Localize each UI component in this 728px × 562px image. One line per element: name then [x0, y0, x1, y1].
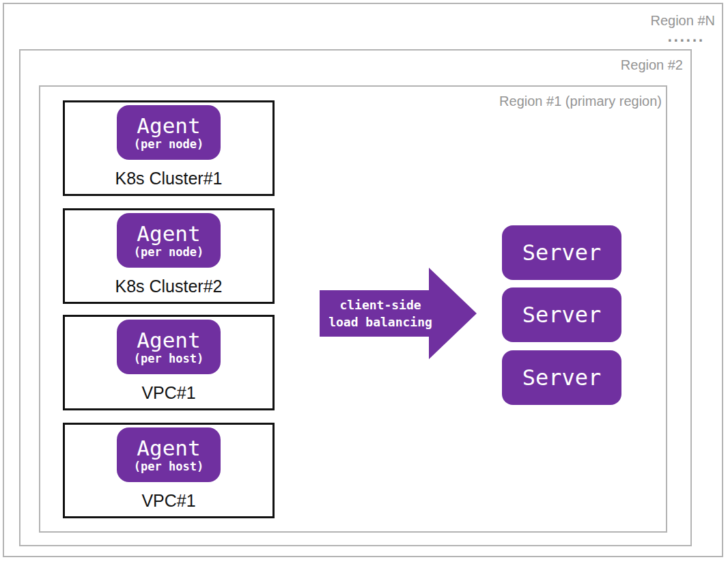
cluster-box-vpc-2: Agent (per host) VPC#1	[63, 423, 275, 518]
load-balancing-arrow: client-side load balancing	[320, 268, 477, 359]
arrow-caption-line1: client-side	[339, 296, 421, 313]
cluster-name: K8s Cluster#2	[115, 268, 222, 302]
agent-scope-label: (per node)	[134, 245, 204, 259]
region-1-box: Region #1 (primary region) Agent (per no…	[39, 85, 667, 533]
agent-scope-label: (per host)	[134, 352, 204, 366]
agent-node-pill: Agent (per node)	[117, 105, 221, 160]
cluster-box-k8s-2: Agent (per node) K8s Cluster#2	[63, 208, 275, 304]
agent-scope-label: (per node)	[134, 137, 204, 152]
cluster-box-vpc-1: Agent (per host) VPC#1	[63, 315, 275, 410]
region-1-label: Region #1 (primary region)	[499, 93, 662, 109]
server-label: Server	[522, 240, 602, 266]
agent-label: Agent	[137, 222, 200, 245]
region-2-label: Region #2	[621, 57, 683, 73]
agent-host-pill: Agent (per host)	[117, 320, 221, 374]
more-regions-ellipsis: ......	[666, 29, 703, 45]
server-box-1: Server	[502, 225, 621, 280]
agent-scope-label: (per host)	[134, 460, 204, 474]
server-label: Server	[522, 302, 602, 328]
region-n-label: Region #N	[650, 12, 715, 29]
agent-host-pill: Agent (per host)	[117, 427, 221, 482]
server-label: Server	[522, 365, 602, 391]
cluster-name: VPC#1	[141, 374, 195, 408]
agent-label: Agent	[137, 114, 200, 137]
agent-label: Agent	[137, 328, 200, 352]
cluster-name: VPC#1	[141, 482, 195, 516]
region-2-box: Region #2 Region #1 (primary region) Age…	[19, 49, 692, 546]
diagram-canvas: Region #N ...... Region #2 Region #1 (pr…	[0, 0, 728, 562]
arrow-caption-line2: load balancing	[328, 313, 432, 331]
server-box-2: Server	[502, 287, 621, 342]
server-box-3: Server	[502, 350, 621, 405]
cluster-box-k8s-1: Agent (per node) K8s Cluster#1	[63, 100, 275, 196]
cluster-name: K8s Cluster#1	[115, 160, 222, 194]
region-n-box: Region #N ...... Region #2 Region #1 (pr…	[3, 3, 723, 557]
agent-label: Agent	[137, 436, 200, 460]
arrow-caption: client-side load balancing	[320, 268, 441, 359]
agent-node-pill: Agent (per node)	[117, 213, 221, 268]
